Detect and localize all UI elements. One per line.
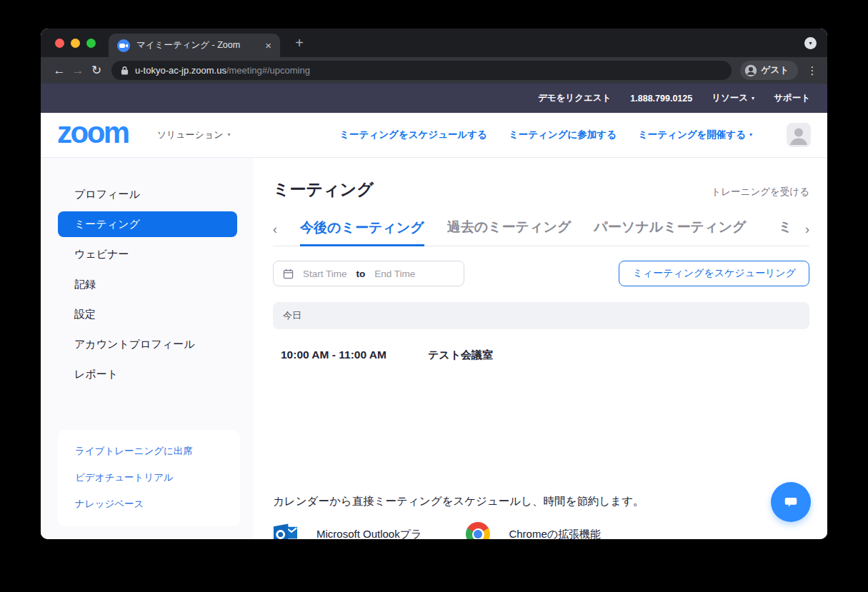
header-nav: ミーティングをスケジュールする ミーティングに参加する ミーティングを開催する … (339, 123, 811, 147)
sidebar-item-profile[interactable]: プロフィール (58, 181, 237, 207)
zoom-logo[interactable]: zoom (57, 121, 129, 144)
browser-menu-icon[interactable]: ⋮ (807, 64, 818, 77)
sidebar-item-webinars[interactable]: ウェビナー (58, 241, 237, 267)
close-tab-icon[interactable]: × (265, 40, 271, 51)
outlook-icon (273, 522, 298, 539)
integrations-row: Microsoft Outlookプラ Chromeの拡張機能 (273, 522, 809, 539)
new-tab-button[interactable]: + (291, 35, 308, 52)
day-group-header: 今日 (273, 302, 809, 329)
browser-toolbar: ← → ↻ u-tokyo-ac-jp.zoom.us/meeting#/upc… (41, 57, 827, 84)
browser-window: マイミーティング - Zoom × + ▾ ← → ↻ u-tokyo-ac-j… (41, 29, 827, 539)
meeting-tabs: ‹ 今後のミーティング 過去のミーティング パーソナルミーティング ミ › (273, 218, 809, 246)
start-time-placeholder: Start Time (303, 269, 347, 279)
tab-personal-meetings[interactable]: パーソナルミーティング (594, 218, 746, 246)
site-topnav: デモをリクエスト 1.888.799.0125 リソース ▾ サポート (41, 84, 827, 113)
outlook-plugin-link[interactable]: Microsoft Outlookプラ (273, 522, 421, 539)
sidebar-item-recordings[interactable]: 記録 (58, 271, 237, 297)
zoom-favicon-icon (117, 39, 130, 52)
chat-bubble-icon (782, 493, 800, 511)
host-meeting-menu[interactable]: ミーティングを開催する ▾ (638, 129, 752, 141)
solutions-menu[interactable]: ソリューション ▾ (157, 129, 231, 141)
close-window-button[interactable] (55, 39, 64, 48)
window-controls (55, 39, 96, 48)
get-training-link[interactable]: トレーニングを受ける (711, 186, 809, 199)
meeting-row[interactable]: 10:00 AM - 11:00 AM テスト会議室 (273, 348, 809, 362)
request-demo-link[interactable]: デモをリクエスト (538, 92, 611, 104)
meeting-time: 10:00 AM - 11:00 AM (281, 348, 428, 362)
reload-icon[interactable]: ↻ (87, 63, 106, 78)
join-meeting-link[interactable]: ミーティングに参加する (509, 129, 617, 141)
video-tutorials-link[interactable]: ビデオチュートリアル (75, 464, 240, 491)
user-avatar[interactable] (787, 123, 811, 147)
tab-search-button[interactable]: ▾ (804, 37, 817, 49)
attend-live-training-link[interactable]: ライブトレーニングに出席 (75, 438, 240, 464)
back-icon[interactable]: ← (50, 64, 69, 78)
browser-tab-strip: マイミーティング - Zoom × + ▾ (41, 29, 827, 57)
date-range-input[interactable]: Start Time to End Time (273, 261, 464, 286)
integration-label: Chromeの拡張機能 (509, 528, 601, 540)
tab-previous-meetings[interactable]: 過去のミーティング (447, 218, 572, 246)
browser-tab[interactable]: マイミーティング - Zoom × (109, 34, 280, 57)
chevron-right-icon[interactable]: › (805, 222, 809, 246)
site-header: zoom ソリューション ▾ ミーティングをスケジュールする ミーティングに参加… (41, 113, 827, 158)
integration-label: Microsoft Outlookプラ (316, 528, 421, 539)
end-time-placeholder: End Time (374, 269, 415, 279)
forward-icon[interactable]: → (69, 64, 87, 78)
calendar-promo-text: カレンダーから直接ミーティングをスケジュールし、時間を節約します。 (273, 494, 809, 509)
calendar-icon (283, 269, 294, 279)
chevron-down-icon: ▾ (227, 132, 230, 138)
guest-label: ゲスト (762, 64, 789, 76)
chrome-extension-link[interactable]: Chromeの拡張機能 (466, 522, 601, 539)
resources-menu[interactable]: リソース ▾ (712, 92, 754, 104)
tab-truncated[interactable]: ミ (779, 218, 792, 246)
main-content: ミーティング トレーニングを受ける ‹ 今後のミーティング 過去のミーティング … (254, 158, 827, 539)
phone-number[interactable]: 1.888.799.0125 (630, 94, 692, 104)
sidebar-item-meetings[interactable]: ミーティング (58, 211, 237, 237)
chevron-left-icon[interactable]: ‹ (273, 222, 277, 246)
help-card: ライブトレーニングに出席 ビデオチュートリアル ナレッジベース (58, 430, 240, 526)
avatar-person-icon (787, 123, 811, 147)
schedule-meeting-button[interactable]: ミィーティングをスケジューリング (619, 261, 809, 286)
chevron-down-icon: ▾ (749, 132, 752, 138)
url-path: /meeting#/upcoming (226, 65, 310, 76)
schedule-meeting-link[interactable]: ミーティングをスケジュールする (339, 129, 487, 141)
lock-icon (121, 66, 129, 75)
url-host: u-tokyo-ac-jp.zoom.us (135, 65, 226, 76)
support-link[interactable]: サポート (774, 92, 810, 104)
chevron-down-icon: ▾ (752, 96, 754, 101)
chat-fab-button[interactable] (771, 482, 811, 522)
tab-upcoming-meetings[interactable]: 今後のミーティング (300, 219, 424, 246)
chrome-icon (466, 522, 490, 539)
sidebar-item-settings[interactable]: 設定 (58, 301, 237, 327)
to-label: to (356, 269, 366, 279)
tab-title: マイミーティング - Zoom (136, 39, 265, 51)
sidebar-item-account-profile[interactable]: アカウントプロフィール (58, 331, 237, 357)
knowledge-base-link[interactable]: ナレッジベース (75, 491, 240, 517)
sidebar: プロフィール ミーティング ウェビナー 記録 設定 アカウントプロフィール レポ… (41, 158, 254, 539)
minimize-window-button[interactable] (71, 39, 80, 48)
meeting-topic[interactable]: テスト会議室 (428, 348, 493, 362)
fullscreen-window-button[interactable] (86, 39, 96, 48)
guest-avatar-icon (744, 64, 757, 77)
browser-profile-button[interactable]: ゲスト (740, 61, 798, 80)
sidebar-item-reports[interactable]: レポート (58, 361, 237, 387)
address-bar[interactable]: u-tokyo-ac-jp.zoom.us/meeting#/upcoming (111, 61, 732, 80)
page-title: ミーティング (273, 179, 374, 201)
